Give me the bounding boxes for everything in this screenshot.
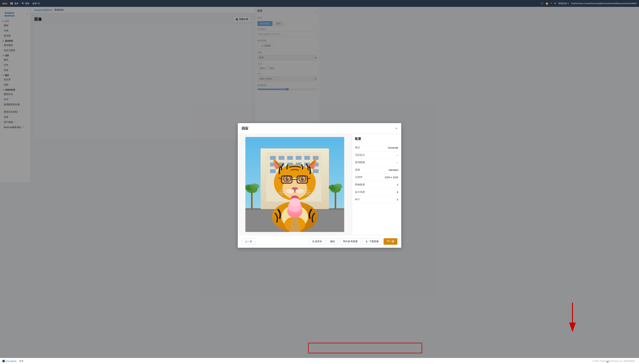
region-selector[interactable]: 选择+51 <box>32 2 40 5</box>
modal-title: 回应 <box>242 126 248 131</box>
search-bar[interactable]: 🔍 搜索 <box>22 2 29 5</box>
modal-image-section <box>238 134 320 182</box>
svg-rect-6 <box>279 156 284 160</box>
modal-header: 回应 × <box>238 123 320 134</box>
svg-rect-55 <box>297 176 307 182</box>
svg-rect-17 <box>270 169 276 173</box>
modal-body: 配置 模式Generate否定提示--推理图像--质量standard分辨率10… <box>238 134 320 182</box>
modal-dialog: 回应 × <box>238 123 320 182</box>
services-menu[interactable]: 服务 <box>10 2 19 5</box>
svg-rect-9 <box>304 156 310 160</box>
aws-logo: aws <box>2 2 7 5</box>
generated-image <box>245 137 320 182</box>
search-icon: 🔍 <box>22 2 24 5</box>
svg-rect-7 <box>287 156 293 160</box>
modal-overlay: 回应 × <box>0 7 320 182</box>
svg-rect-22 <box>313 169 319 173</box>
svg-rect-8 <box>296 156 301 160</box>
svg-rect-54 <box>282 176 292 182</box>
aws-top-nav: aws 服务 🔍 搜索 选择+51 ⬛ 🔔 ? ⚙ 帮助内容 ▾ TrialUs… <box>0 0 320 7</box>
